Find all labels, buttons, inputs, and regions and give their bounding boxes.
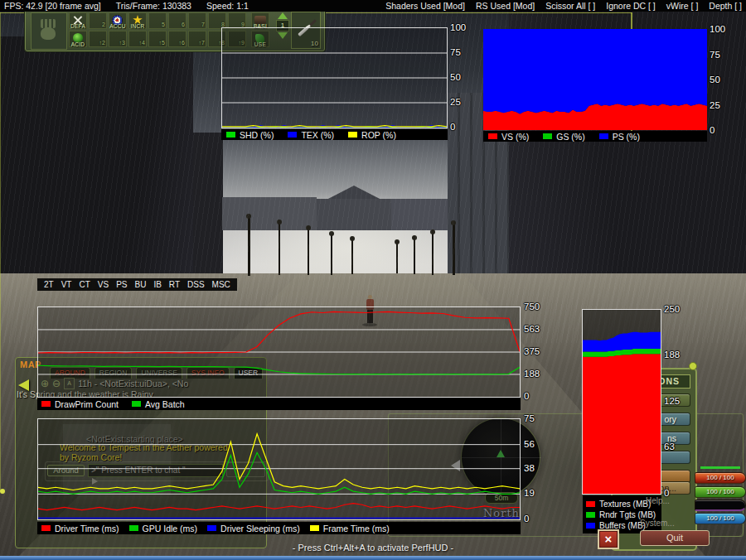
legend-item: ROP (%): [348, 130, 396, 140]
unit-button-dss[interactable]: DSS: [187, 280, 205, 289]
action-slot[interactable]: 8: [208, 12, 226, 29]
action-slot[interactable]: 5: [148, 12, 167, 29]
legend-swatch: [348, 132, 357, 138]
slot-basi[interactable]: BASI: [248, 12, 273, 29]
shader-usage-chart: [221, 27, 448, 128]
axis-tick: 63: [664, 442, 675, 451]
legend-swatch: [488, 133, 497, 139]
cast-progress-bar: [700, 466, 740, 469]
action-slot[interactable]: 7: [188, 12, 206, 29]
unit-button-rt[interactable]: RT: [169, 280, 180, 289]
unit-button-vs[interactable]: VS: [98, 280, 109, 289]
axis-tick: 250: [664, 304, 680, 314]
unit-button-vt[interactable]: VT: [61, 280, 72, 289]
pipeline-usage-axis: 1007550250: [710, 29, 738, 130]
unit-button-ps[interactable]: PS: [116, 280, 127, 289]
legend-swatch: [132, 401, 141, 407]
legend-item: Textures (MB): [586, 500, 651, 509]
lamppost: [351, 240, 353, 274]
action-slot[interactable]: ACID: [69, 31, 87, 47]
perfhud-toggle[interactable]: RS Used [Mod]: [476, 1, 535, 11]
action-slot[interactable]: 9: [228, 12, 246, 29]
legend-item: PS (%): [599, 132, 640, 142]
window-frame-corner: [0, 489, 5, 494]
axis-tick: 75: [710, 50, 720, 60]
legend-swatch: [129, 525, 138, 531]
axis-tick: 56: [524, 439, 535, 449]
unit-button-ib[interactable]: IB: [153, 280, 161, 289]
perfhud-toggle[interactable]: Shaders Used [Mod]: [385, 1, 465, 11]
axis-tick: 50: [710, 75, 720, 84]
menu-system-button[interactable]: System...: [640, 519, 675, 528]
timing-chart: [37, 418, 521, 520]
axis-tick: 188: [524, 369, 540, 379]
slot-label: DEFA: [70, 23, 86, 29]
sap-bar: [695, 500, 746, 511]
memory-axis: 250188125630: [664, 309, 692, 495]
unit-button-msc[interactable]: MSC: [212, 280, 230, 289]
legend-swatch: [586, 501, 595, 507]
menu-help-button[interactable]: Help...: [646, 496, 670, 505]
slot-hotkey: ↑6: [179, 40, 185, 46]
action-slot[interactable]: INCR: [128, 12, 147, 29]
lamppost: [331, 235, 332, 275]
close-icon[interactable]: ×: [598, 529, 619, 549]
axis-tick: 38: [524, 463, 535, 473]
stamina-bar: 100 / 100: [695, 486, 746, 498]
perfhud-toggles: Shaders Used [Mod]RS Used [Mod]Scissor A…: [385, 1, 742, 11]
unit-button-ct[interactable]: CT: [79, 280, 90, 289]
legend-label: GPU Idle (ms): [143, 524, 198, 533]
slot-hotkey: 7: [201, 22, 205, 28]
action-slot[interactable]: ↑2: [89, 31, 107, 47]
action-slot[interactable]: ↑6: [168, 31, 186, 47]
lamppost: [414, 239, 415, 274]
legend-swatch: [226, 132, 235, 138]
action-slot[interactable]: 6: [168, 12, 186, 29]
legend-label: Rndr Tgts (MB): [599, 510, 656, 519]
slot-hotkey: ↑4: [139, 40, 145, 46]
action-slot[interactable]: ↑5: [148, 31, 167, 47]
legend-label: Driver Time (ms): [55, 524, 119, 533]
legend-item: Buffers (MB): [586, 521, 646, 530]
action-slot[interactable]: DEFA: [69, 12, 87, 29]
character-head: [368, 295, 372, 299]
lamppost: [279, 224, 280, 275]
axis-tick: 188: [664, 350, 680, 360]
legend-item: TEX (%): [288, 130, 334, 140]
perfhud-toggle[interactable]: Depth [ ]: [709, 1, 742, 11]
action-slot[interactable]: 2: [89, 12, 107, 29]
slot-hotkey: ↑5: [159, 40, 165, 46]
perfhud-toggle[interactable]: Scissor All [ ]: [545, 1, 595, 11]
unit-button-bu[interactable]: BU: [134, 280, 146, 289]
action-bar-row-2: ACID↑2↑3↑4↑5↑6↑7↑8↑9: [69, 31, 246, 47]
perfhud-toggle[interactable]: Ignore DC [ ]: [606, 1, 656, 11]
timing-legend: Driver Time (ms)GPU Idle (ms)Driver Slee…: [37, 522, 521, 534]
action-slot[interactable]: ↑3: [109, 31, 127, 47]
legend-swatch: [586, 523, 595, 529]
action-slot[interactable]: ACCU: [109, 12, 127, 29]
legend-swatch: [599, 133, 608, 139]
legend-swatch: [586, 512, 595, 518]
axis-tick: 25: [710, 100, 720, 110]
legend-label: GS (%): [556, 132, 584, 142]
legend-label: VS (%): [501, 132, 529, 142]
axis-tick: 25: [450, 97, 461, 107]
legend-label: ROP (%): [361, 130, 396, 140]
pipeline-usage-chart: [483, 29, 707, 130]
action-slot[interactable]: ↑4: [128, 31, 147, 47]
spinner-up-icon[interactable]: [278, 12, 288, 19]
perfhud-toggle[interactable]: vWire [ ]: [666, 1, 699, 11]
slot-hotkey: ↑7: [199, 40, 205, 46]
axis-tick: 750: [524, 302, 540, 311]
quit-button[interactable]: Quit: [640, 530, 710, 546]
legend-label: Driver Sleeping (ms): [220, 524, 300, 533]
lamppost: [248, 218, 250, 276]
window-frame-left: [0, 12, 1, 491]
action-slot[interactable]: ↑7: [188, 31, 206, 47]
legend-item: Avg Batch: [132, 399, 185, 409]
legend-item: SHD (%): [226, 130, 274, 140]
hand-slot[interactable]: [31, 12, 67, 50]
unit-button-2t[interactable]: 2T: [44, 280, 54, 289]
legend-swatch: [310, 525, 319, 531]
hand-icon: [41, 27, 56, 40]
